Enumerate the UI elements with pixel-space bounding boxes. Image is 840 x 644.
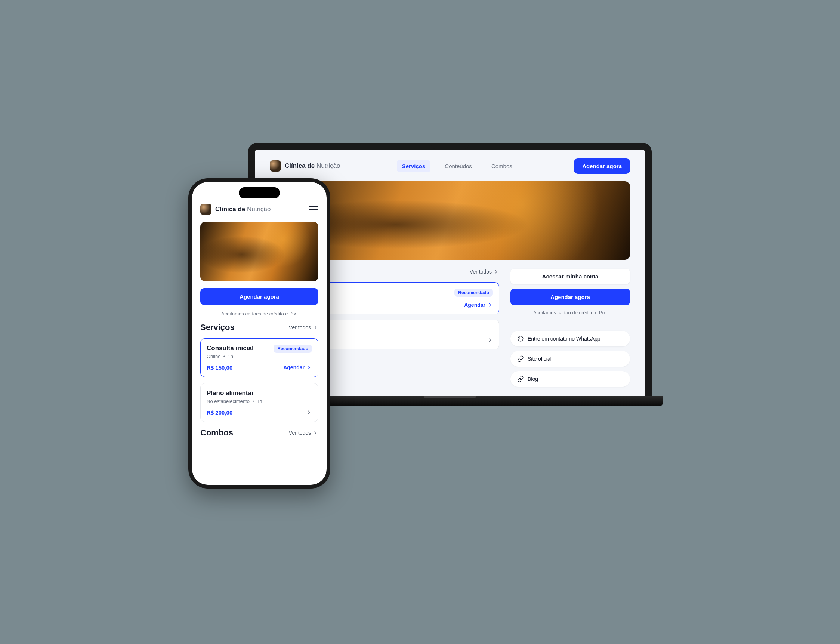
chevron-right-icon bbox=[312, 430, 318, 436]
agendar-link[interactable]: Agendar bbox=[464, 302, 493, 308]
chevron-right-icon bbox=[306, 365, 312, 370]
laptop-notch bbox=[431, 143, 469, 149]
brand: Clínica de Nutrição bbox=[200, 204, 271, 215]
service-title: Consulta inicial bbox=[207, 345, 254, 352]
see-all-link[interactable]: Ver todos bbox=[289, 430, 318, 436]
brand-name: Clínica de Nutrição bbox=[215, 205, 271, 213]
mobile-header: Clínica de Nutrição bbox=[200, 204, 318, 215]
agendar-button[interactable]: Agendar agora bbox=[510, 289, 630, 306]
phone-device: Clínica de Nutrição Agendar agora Aceita bbox=[188, 178, 330, 488]
service-card-plano[interactable]: Plano alimentar No estabelecimento • 1h … bbox=[200, 383, 318, 422]
see-all-link[interactable]: Ver todos bbox=[470, 269, 499, 275]
link-icon bbox=[517, 355, 524, 362]
service-title: Plano alimentar bbox=[207, 389, 262, 397]
section-title-servicos: Serviços bbox=[200, 322, 235, 332]
brand-logo bbox=[270, 160, 281, 172]
chevron-right-icon bbox=[487, 337, 493, 343]
service-card-consulta[interactable]: Consulta inicial Online • 1h Recomendado… bbox=[200, 338, 318, 377]
brand-name: Clínica de Nutrição bbox=[285, 162, 340, 170]
service-price: R$ 200,00 bbox=[207, 409, 233, 416]
hero-image bbox=[200, 222, 318, 281]
nav-servicos[interactable]: Serviços bbox=[397, 160, 431, 172]
menu-button[interactable] bbox=[308, 206, 318, 213]
payment-caption: Aceitamos cartão de crédito e Pix. bbox=[510, 310, 630, 315]
desktop-header: Clínica de Nutrição Serviços Conteúdos C… bbox=[270, 158, 630, 174]
phone-dynamic-island bbox=[239, 187, 280, 199]
section-title-combos: Combos bbox=[200, 428, 233, 438]
divider bbox=[510, 323, 630, 323]
blog-link[interactable]: Blog bbox=[510, 371, 630, 387]
chevron-right-icon bbox=[487, 302, 493, 308]
chevron-right-icon bbox=[306, 409, 312, 415]
site-link[interactable]: Site oficial bbox=[510, 351, 630, 367]
whatsapp-link[interactable]: Entre em contato no WhatsApp bbox=[510, 331, 630, 347]
svg-point-0 bbox=[518, 336, 523, 341]
service-meta: No estabelecimento • 1h bbox=[207, 398, 262, 404]
chevron-right-icon bbox=[493, 269, 499, 275]
agendar-link[interactable]: Agendar bbox=[283, 365, 312, 370]
brand-logo bbox=[200, 204, 212, 215]
whatsapp-icon bbox=[517, 335, 524, 342]
payment-caption: Aceitamos cartões de crédito e Pix. bbox=[200, 311, 318, 317]
service-price: R$ 150,00 bbox=[207, 365, 233, 371]
recommended-badge: Recomendado bbox=[274, 345, 312, 353]
nav-tabs: Serviços Conteúdos Combos bbox=[397, 160, 517, 172]
nav-combos[interactable]: Combos bbox=[486, 160, 517, 172]
access-account-button[interactable]: Acessar minha conta bbox=[510, 269, 630, 284]
service-meta: Online • 1h bbox=[207, 353, 254, 359]
chevron-right-icon bbox=[312, 324, 318, 330]
recommended-badge: Recomendado bbox=[454, 289, 493, 297]
agendar-button[interactable]: Agendar agora bbox=[200, 288, 318, 305]
agendar-button[interactable]: Agendar agora bbox=[574, 158, 630, 174]
brand: Clínica de Nutrição bbox=[270, 160, 340, 172]
see-all-link[interactable]: Ver todos bbox=[289, 324, 318, 330]
link-icon bbox=[517, 376, 524, 382]
nav-conteudos[interactable]: Conteúdos bbox=[440, 160, 477, 172]
